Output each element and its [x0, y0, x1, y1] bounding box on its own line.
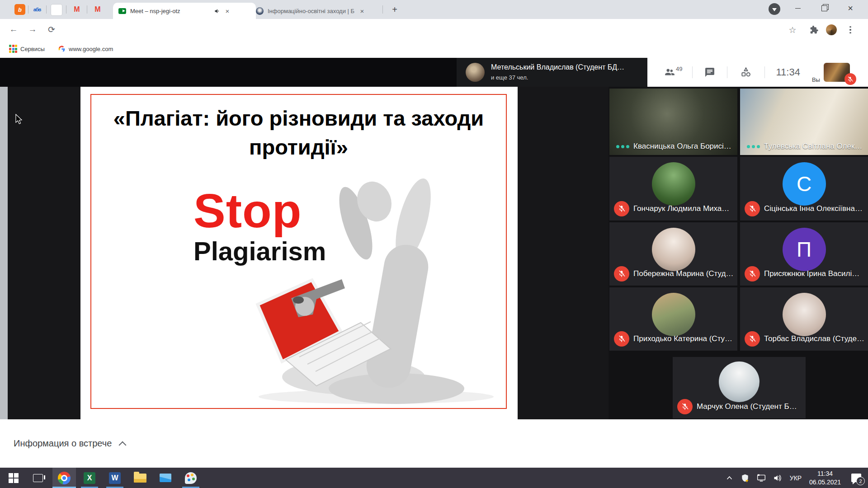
slide-title: «Плагіат: його різновиди та заходи проти…: [91, 104, 506, 162]
task-view-button[interactable]: [26, 468, 50, 488]
tab-audio-icon[interactable]: [214, 8, 221, 14]
tab-close-icon[interactable]: ×: [358, 7, 366, 15]
bookmarks-bar: Сервисы www.google.com: [0, 40, 868, 58]
back-icon[interactable]: ←: [6, 22, 21, 37]
participant-photo-avatar: [652, 293, 695, 336]
tray-language[interactable]: УКР: [786, 468, 806, 488]
tray-security-shield-icon[interactable]: [737, 468, 753, 488]
window-minimize-button[interactable]: [785, 0, 811, 16]
you-label: Вы: [812, 76, 820, 83]
activities-icon[interactable]: [740, 66, 752, 78]
taskbar-excel-icon[interactable]: X: [78, 468, 101, 488]
participant-letter-avatar: П: [783, 228, 826, 271]
participant-tile-video[interactable]: Тулевська Світлана Олек…: [740, 89, 868, 155]
chevron-up-icon: [119, 441, 127, 449]
participant-tile-video[interactable]: Квасницька Ольга Борисі…: [609, 89, 737, 155]
participant-name: Приходько Катерина (Сту…: [633, 334, 732, 343]
slide-border: «Плагіат: його різновиди та заходи проти…: [90, 94, 507, 409]
taskbar-mail-icon[interactable]: [154, 468, 177, 488]
participant-name: Торбас Владислав (Студе…: [764, 334, 864, 343]
participant-count: 49: [676, 66, 682, 72]
participant-name: Присяжнюк Ірина Василі…: [764, 269, 859, 278]
window-close-button[interactable]: ×: [837, 0, 863, 16]
browser-tabstrip: b абв M M Meet – nsp-jegi-otz × Інформац…: [0, 0, 868, 19]
notification-more: и еще 37 чел.: [491, 74, 528, 81]
mic-muted-icon: [745, 266, 760, 282]
start-button[interactable]: [2, 468, 25, 488]
pinned-tab-translate-icon[interactable]: [51, 4, 62, 16]
meet-clock: 11:34: [776, 66, 800, 78]
tray-clock[interactable]: 11:34 06.05.2021: [806, 469, 844, 487]
participant-tile[interactable]: Марчук Олена (Студент Б…: [673, 357, 806, 418]
participant-name: Квасницька Ольга Борисі…: [633, 142, 731, 151]
self-mic-muted-icon: [844, 73, 856, 85]
meeting-info-label: Информация о встрече: [14, 438, 112, 449]
participant-photo-avatar: [652, 162, 695, 206]
tab-meet[interactable]: Meet – nsp-jegi-otz ×: [113, 3, 256, 19]
mic-muted-icon: [614, 331, 629, 347]
bookmark-services[interactable]: Сервисы: [9, 44, 45, 54]
tab-separator: [46, 5, 47, 14]
meet-topbar: 49 11:34 Вы: [647, 58, 868, 87]
taskbar-word-icon[interactable]: W: [103, 468, 127, 488]
bookmark-star-icon[interactable]: ☆: [787, 24, 798, 36]
participant-tile[interactable]: Торбас Владислав (Студе…: [740, 287, 868, 351]
bookmark-google[interactable]: www.google.com: [58, 44, 113, 54]
participants-icon[interactable]: 49: [664, 66, 682, 78]
pinned-tab-gmail-icon[interactable]: M: [71, 4, 82, 15]
tab-favicon: [256, 7, 264, 15]
participant-tile[interactable]: Приходько Катерина (Сту…: [609, 287, 737, 351]
speaking-indicator: [616, 145, 629, 148]
tab-library-site[interactable]: Інформаційно-освітні заходи | Б ×: [251, 3, 387, 19]
chrome-update-icon[interactable]: [769, 3, 780, 15]
tray-date: 06.05.2021: [806, 478, 844, 487]
taskbar-explorer-icon[interactable]: [128, 468, 152, 488]
tray-time: 11:34: [806, 469, 844, 478]
participant-tile[interactable]: П Присяжнюк Ірина Василі…: [740, 222, 868, 286]
participants-panel: Квасницька Ольга Борисі… Тулевська Світл…: [609, 87, 868, 419]
new-tab-button[interactable]: +: [389, 4, 401, 15]
action-center-icon[interactable]: 2: [846, 468, 866, 488]
tab-separator: [66, 5, 66, 14]
mic-muted-icon: [614, 201, 629, 216]
participant-photo-avatar: [719, 361, 760, 402]
meet-favicon: [118, 8, 126, 14]
participant-tile[interactable]: Гончарук Людмила Миха…: [609, 157, 737, 221]
participant-photo-avatar: [783, 293, 826, 336]
tab-separator: [87, 5, 87, 14]
mouse-cursor: [15, 114, 23, 125]
taskbar-paint3d-icon[interactable]: [179, 468, 203, 488]
window-restore-button[interactable]: [811, 0, 837, 16]
participant-name: Тулевська Світлана Олек…: [764, 142, 862, 151]
tray-expand-icon[interactable]: [722, 468, 737, 488]
mic-muted-icon: [745, 201, 760, 216]
participant-tile[interactable]: Побережна Марина (Студ…: [609, 222, 737, 286]
participant-photo-avatar: [652, 228, 695, 271]
notification-avatar: [466, 63, 485, 82]
participant-letter-avatar: C: [783, 162, 826, 206]
tray-network-icon[interactable]: [753, 468, 769, 488]
participant-name: Побережна Марина (Студ…: [633, 269, 733, 278]
forward-icon[interactable]: →: [25, 22, 40, 37]
chat-icon[interactable]: [704, 67, 715, 78]
participant-tile[interactable]: C Сіцінська Інна Олексіївна…: [740, 157, 868, 221]
browser-menu-icon[interactable]: [844, 24, 856, 36]
pinned-tab-b[interactable]: b: [14, 4, 25, 15]
participant-name: Марчук Олена (Студент Б…: [697, 402, 797, 411]
pinned-tab-dictionary[interactable]: абв: [32, 4, 42, 15]
extensions-puzzle-icon[interactable]: [808, 24, 820, 36]
reload-icon[interactable]: ⟳: [44, 22, 59, 37]
profile-avatar[interactable]: [826, 24, 837, 36]
presentation-stage: «Плагіат: його різновиди та заходи проти…: [0, 87, 609, 419]
tab-close-icon[interactable]: ×: [223, 7, 231, 15]
tab-separator: [28, 5, 28, 14]
mic-muted-icon: [677, 399, 693, 414]
stop-plagiarism-figure: [241, 173, 503, 406]
taskbar-chrome-icon[interactable]: [52, 468, 76, 488]
pinned-tab-gmail-icon-2[interactable]: M: [92, 4, 103, 15]
meeting-info-toggle[interactable]: Информация о встрече: [14, 419, 125, 468]
tray-volume-icon[interactable]: [769, 468, 786, 488]
screen-share-edge: [0, 87, 8, 419]
participant-notification[interactable]: Метельський Владислав (Студент БД… и еще…: [457, 58, 647, 87]
slide: «Плагіат: його різновиди та заходи проти…: [80, 87, 518, 419]
